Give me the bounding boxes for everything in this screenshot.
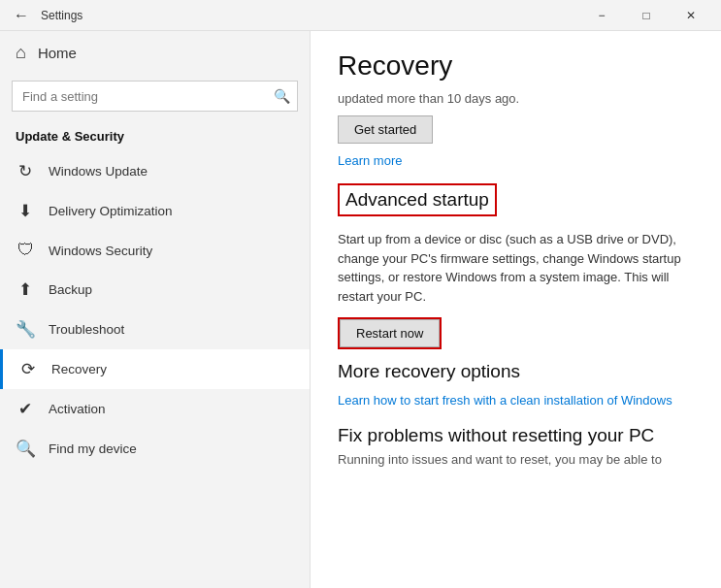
title-bar: ← Settings − □ ✕ [0,0,721,31]
sidebar-item-delivery-optimization[interactable]: ⬇ Delivery Optimization [0,191,310,231]
sidebar-home-item[interactable]: ⌂ Home [0,31,310,75]
content-subtitle: updated more than 10 days ago. [338,91,694,106]
sidebar-item-find-my-device[interactable]: 🔍 Find my device [0,429,310,469]
restart-button-highlight: Restart now [338,317,442,349]
sidebar-item-label: Activation [49,402,106,416]
minimize-button[interactable]: − [579,0,624,31]
sidebar-item-recovery[interactable]: ⟳ Recovery [0,349,310,389]
advanced-startup-desc: Start up from a device or disc (such as … [338,230,694,306]
sidebar-item-windows-update[interactable]: ↻ Windows Update [0,151,310,191]
search-icon: 🔍 [274,88,290,104]
sidebar-item-label: Delivery Optimization [49,204,173,218]
search-input[interactable] [12,81,298,112]
recovery-icon: ⟳ [18,359,38,379]
sidebar-item-windows-security[interactable]: 🛡 Windows Security [0,231,310,270]
sidebar-item-activation[interactable]: ✔ Activation [0,389,310,429]
delivery-icon: ⬇ [16,201,35,221]
security-icon: 🛡 [16,241,35,260]
page-title: Recovery [338,50,694,82]
search-box: 🔍 [12,81,298,112]
backup-icon: ⬆ [16,279,35,300]
sidebar: ⌂ Home 🔍 Update & Security ↻ Windows Upd… [0,31,311,588]
sidebar-item-backup[interactable]: ⬆ Backup [0,270,310,310]
maximize-button[interactable]: □ [624,0,669,31]
windows-update-icon: ↻ [16,161,35,181]
sidebar-item-label: Windows Security [49,244,152,258]
fix-problems-desc: Running into issues and want to reset, y… [338,452,694,467]
sidebar-item-label: Find my device [49,441,137,456]
more-recovery-options-title: More recovery options [338,361,694,382]
fix-problems-title: Fix problems without resetting your PC [338,425,694,446]
learn-fresh-link[interactable]: Learn how to start fresh with a clean in… [338,393,672,408]
close-button[interactable]: ✕ [669,0,713,31]
sidebar-item-troubleshoot[interactable]: 🔧 Troubleshoot [0,310,310,349]
window-title: Settings [35,9,579,22]
advanced-startup-title: Advanced startup [342,187,493,212]
troubleshoot-icon: 🔧 [16,319,35,340]
learn-more-link[interactable]: Learn more [338,153,402,168]
sidebar-item-label: Troubleshoot [49,322,124,337]
home-icon: ⌂ [16,43,26,63]
advanced-startup-highlight: Advanced startup [338,183,497,216]
content-area: Recovery updated more than 10 days ago. … [311,31,721,588]
activation-icon: ✔ [16,399,35,419]
get-started-button[interactable]: Get started [338,115,433,144]
advanced-startup-section: Advanced startup [338,183,694,226]
sidebar-item-label: Recovery [51,362,107,376]
find-device-icon: 🔍 [16,439,35,459]
sidebar-item-label: Backup [49,282,92,297]
main-layout: ⌂ Home 🔍 Update & Security ↻ Windows Upd… [0,31,721,588]
home-label: Home [38,45,77,61]
back-icon: ← [14,7,29,24]
sidebar-item-label: Windows Update [49,164,147,179]
back-button[interactable]: ← [8,2,35,29]
window-controls: − □ ✕ [579,0,713,31]
restart-now-button[interactable]: Restart now [340,319,440,347]
sidebar-section-title: Update & Security [0,121,310,151]
